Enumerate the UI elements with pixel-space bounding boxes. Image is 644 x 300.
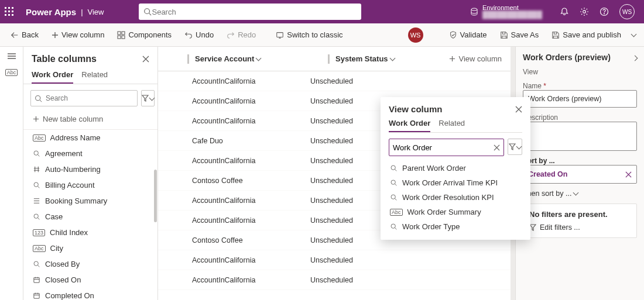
svg-point-14 [604, 13, 605, 14]
svg-rect-19 [277, 32, 283, 37]
popover-search[interactable] [389, 139, 504, 156]
grid-view-column-button[interactable]: View column [443, 50, 508, 68]
column-search[interactable] [30, 90, 138, 106]
popover-close-icon[interactable] [515, 106, 522, 113]
column-item[interactable]: 123Child Index [23, 225, 157, 240]
left-tab-related[interactable]: Related [81, 70, 108, 84]
back-button[interactable]: Back [6, 28, 43, 42]
svg-line-33 [395, 170, 397, 171]
svg-line-27 [38, 218, 40, 220]
components-button[interactable]: Components [112, 28, 176, 42]
abc-icon: Abc [33, 135, 46, 142]
column-item[interactable]: Closed On [23, 272, 157, 288]
global-search-input[interactable] [152, 8, 357, 16]
column-search-input[interactable] [46, 94, 133, 102]
svg-rect-4 [8, 11, 10, 12]
popover-result-item[interactable]: Work Order Type [389, 219, 522, 234]
lookup-icon [390, 223, 398, 230]
owner-avatar[interactable]: WS [408, 27, 423, 43]
svg-line-10 [149, 13, 152, 16]
notifications-icon[interactable] [560, 7, 569, 16]
then-sort-by[interactable]: Then sort by ... [523, 189, 637, 198]
cal-icon [33, 276, 40, 284]
help-icon[interactable] [600, 7, 609, 16]
environment-name: ████████████ [482, 11, 542, 19]
svg-rect-30 [34, 278, 39, 282]
new-table-column[interactable]: New table column [23, 112, 157, 129]
rail-abc-icon[interactable]: Abc [5, 69, 18, 76]
redo-button[interactable]: Redo [222, 28, 261, 42]
svg-line-29 [38, 265, 40, 267]
scrollbar-thumb[interactable] [154, 170, 157, 222]
collapse-properties-icon[interactable] [633, 53, 637, 62]
popover-result-item[interactable]: AbcWork Order Summary [389, 205, 522, 219]
popover-result-item[interactable]: Work Order Resolution KPI [389, 190, 522, 205]
abc-icon: Abc [390, 209, 403, 216]
name-input[interactable]: Work Orders (preview) [523, 90, 637, 108]
settings-icon[interactable] [580, 7, 589, 16]
svg-line-25 [38, 187, 40, 188]
brand: Power Apps [26, 7, 76, 17]
save-as-button[interactable]: Save As [495, 28, 544, 42]
column-header-system-status[interactable]: System Status [308, 54, 425, 64]
save-publish-chevron[interactable] [629, 28, 638, 42]
brand-section: View [88, 8, 104, 16]
validate-button[interactable]: Validate [444, 28, 492, 42]
popover-tab-related[interactable]: Related [439, 119, 465, 132]
table-row[interactable]: AccountInCaliforniaUnscheduled [158, 71, 515, 91]
close-panel-icon[interactable] [142, 56, 149, 63]
table-row[interactable]: AccountInCaliforniaUnscheduled [158, 270, 515, 290]
global-search[interactable] [139, 4, 361, 20]
svg-point-9 [145, 9, 150, 14]
svg-rect-7 [8, 14, 10, 16]
sort-by-chip[interactable]: Created On [523, 165, 637, 184]
popover-filter-button[interactable] [508, 139, 522, 155]
column-item[interactable]: AbcCity [23, 240, 157, 256]
edit-filters[interactable]: Edit filters ... [529, 223, 631, 232]
left-tab-workorder[interactable]: Work Order [32, 70, 73, 84]
no-filters-text: No filters are present. [529, 210, 631, 219]
column-item[interactable]: Case [23, 209, 157, 225]
svg-rect-3 [5, 11, 6, 12]
name-label: Name [523, 82, 637, 90]
popover-tab-workorder[interactable]: Work Order [389, 119, 430, 132]
column-filter-button[interactable] [141, 90, 155, 106]
svg-line-21 [40, 99, 42, 101]
svg-point-28 [34, 261, 38, 265]
environment-icon [470, 7, 479, 16]
column-header-service-account[interactable]: Service Account [167, 54, 308, 64]
popover-result-item[interactable]: Parent Work Order [389, 161, 522, 175]
properties-title: Work Orders (preview) [523, 53, 611, 62]
popover-result-item[interactable]: Work Order Arrival Time KPI [389, 175, 522, 190]
column-item[interactable]: Booking Summary [23, 193, 157, 209]
rail-tree-icon[interactable] [7, 53, 16, 60]
svg-point-36 [391, 195, 395, 199]
table-row[interactable]: AccountInCaliforniaUnscheduled [158, 250, 515, 270]
column-item[interactable]: Billing Account [23, 177, 157, 193]
switch-classic-button[interactable]: Switch to classic [271, 28, 347, 42]
svg-rect-8 [12, 14, 13, 16]
view-column-button[interactable]: View column [47, 28, 109, 42]
column-item[interactable]: Agreement [23, 146, 157, 161]
lookup-icon [390, 164, 398, 172]
svg-line-37 [395, 199, 397, 201]
svg-point-34 [391, 180, 395, 184]
popover-search-input[interactable] [393, 143, 491, 152]
lookup-icon [33, 181, 40, 189]
column-item[interactable]: AbcAddress Name [23, 130, 157, 146]
column-item[interactable]: Closed By [23, 256, 157, 272]
save-publish-button[interactable]: Save and publish [547, 28, 626, 42]
user-avatar[interactable]: WS [619, 4, 635, 19]
popover-clear-icon[interactable] [494, 144, 500, 151]
svg-rect-2 [12, 7, 13, 9]
svg-point-11 [471, 8, 477, 11]
description-input[interactable] [523, 122, 637, 151]
undo-button[interactable]: Undo [180, 28, 218, 42]
app-launcher[interactable] [5, 7, 23, 16]
column-item[interactable]: Auto-Numbering [23, 161, 157, 177]
column-item[interactable]: Completed On [23, 288, 157, 300]
svg-point-38 [391, 224, 395, 228]
properties-tab-view[interactable]: View [523, 68, 637, 76]
list-icon [33, 197, 40, 205]
lookup-icon [33, 150, 40, 157]
